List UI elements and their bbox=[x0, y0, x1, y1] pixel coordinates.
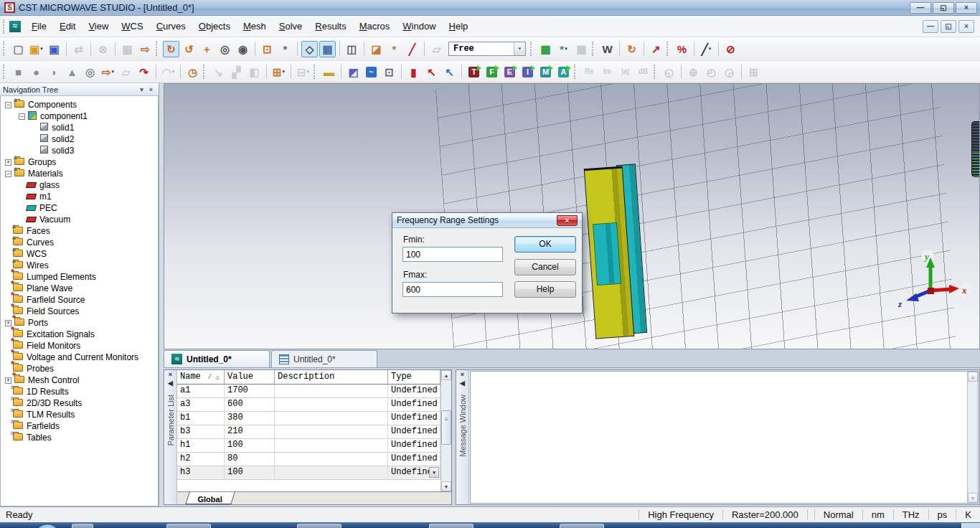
tree-item-wires[interactable]: ▲Wires bbox=[1, 260, 158, 271]
tree-item-plane-wave[interactable]: *Plane Wave bbox=[1, 283, 158, 294]
select-arrow-icon[interactable]: ↖ bbox=[441, 64, 458, 80]
fmin-input[interactable] bbox=[402, 247, 503, 262]
tree-item-field-monitors[interactable]: *Field Monitors bbox=[1, 340, 158, 352]
cell-value[interactable]: 210 bbox=[225, 425, 275, 438]
cell-name[interactable]: b3 bbox=[177, 425, 225, 438]
cell-value[interactable]: 1700 bbox=[225, 385, 275, 397]
tree-item-tables[interactable]: ≈Tables bbox=[1, 432, 158, 443]
menu-macros[interactable]: Macros bbox=[353, 18, 397, 34]
axes-toggle-icon[interactable]: ◇ bbox=[301, 41, 318, 57]
cell-type[interactable]: Undefined bbox=[388, 439, 440, 452]
cell-description[interactable] bbox=[275, 466, 388, 479]
menu-file[interactable]: File bbox=[25, 18, 53, 34]
scroll-down-icon[interactable]: ▼ bbox=[441, 481, 451, 491]
coordinate-mode-dropdown[interactable]: Free▾ bbox=[448, 42, 526, 56]
navtree-menu-icon[interactable]: ▾ bbox=[137, 86, 146, 93]
cell-description[interactable] bbox=[275, 453, 388, 466]
cell-description[interactable] bbox=[275, 439, 388, 452]
menu-curves[interactable]: Curves bbox=[150, 18, 192, 34]
tree-item-m1[interactable]: m1 bbox=[1, 191, 158, 202]
create-brick-icon[interactable]: ■ bbox=[10, 64, 27, 80]
tree-item-groups[interactable]: +▲Groups bbox=[1, 156, 158, 168]
open-boundary-icon[interactable]: ▮ bbox=[405, 64, 422, 80]
tree-item-solid3[interactable]: solid3 bbox=[1, 145, 158, 156]
zoom-window-icon[interactable]: ◉ bbox=[235, 41, 251, 57]
parameter-row-h2[interactable]: h280Undefined bbox=[177, 453, 440, 466]
create-torus-icon[interactable]: ◎ bbox=[82, 64, 98, 80]
cell-description[interactable] bbox=[275, 425, 388, 438]
cell-name[interactable]: a1 bbox=[177, 385, 225, 397]
frequency-range-icon[interactable]: ~ bbox=[363, 64, 380, 80]
mesh-view-icon[interactable]: ▩ bbox=[537, 41, 554, 57]
pick-edge-icon[interactable]: ╱ bbox=[404, 41, 420, 57]
taskbar-clock[interactable] bbox=[961, 523, 980, 528]
child-restore-button[interactable]: ◱ bbox=[941, 20, 956, 33]
parameter-row-h3[interactable]: h3100Undefine▼ bbox=[177, 466, 440, 480]
view-options-gear-icon[interactable]: * bbox=[277, 41, 293, 57]
background-material-icon[interactable]: ◩ bbox=[345, 64, 362, 80]
view-level-widget[interactable] bbox=[971, 121, 979, 177]
cell-name[interactable]: h1 bbox=[177, 439, 225, 452]
cancel-button[interactable]: Cancel bbox=[514, 259, 576, 275]
tree-item-components[interactable]: −▲Components bbox=[1, 99, 158, 110]
copy-image-icon[interactable]: ⇨ bbox=[137, 41, 154, 57]
cell-description[interactable] bbox=[275, 385, 388, 397]
tree-item-tlm-results[interactable]: ≈TLM Results bbox=[1, 409, 158, 420]
tree-item-voltage-and-current-monitors[interactable]: *Voltage and Current Monitors bbox=[1, 352, 158, 363]
child-close-button[interactable]: × bbox=[958, 20, 974, 33]
parameter-row-a1[interactable]: a11700Undefined bbox=[177, 385, 440, 398]
monitor-frequency-icon[interactable]: F bbox=[484, 64, 500, 80]
tree-item-curves[interactable]: ▲Curves bbox=[1, 237, 158, 248]
cell-type[interactable]: Undefined bbox=[388, 412, 440, 425]
tree-expand-materials[interactable]: − bbox=[5, 171, 11, 177]
taskbar-button[interactable] bbox=[166, 524, 211, 528]
create-sphere-icon[interactable]: ● bbox=[28, 64, 44, 80]
parameter-row-b1[interactable]: b1380Undefined bbox=[177, 412, 440, 425]
menu-solve[interactable]: Solve bbox=[273, 18, 309, 34]
cell-name[interactable]: a3 bbox=[177, 398, 225, 411]
boundary-conditions-icon[interactable]: ⊡ bbox=[381, 64, 397, 80]
cell-name[interactable]: h3 bbox=[177, 466, 225, 479]
parameter-row-b3[interactable]: b3210Undefined bbox=[177, 425, 440, 439]
parameter-row-a3[interactable]: a3600Undefined bbox=[177, 398, 440, 412]
windows-taskbar[interactable] bbox=[0, 522, 980, 528]
taskbar-button[interactable] bbox=[429, 524, 473, 528]
wcs-toggle-icon[interactable]: W bbox=[599, 41, 616, 57]
rotate-view-icon[interactable]: ↻ bbox=[163, 41, 179, 57]
pick-global-icon[interactable]: ↖ bbox=[423, 64, 440, 80]
pick-face-icon[interactable]: ◪ bbox=[368, 41, 385, 57]
tree-item-field-sources[interactable]: *Field Sources bbox=[1, 306, 158, 317]
cell-type[interactable]: Undefine▼ bbox=[388, 466, 440, 479]
monitor-current-icon[interactable]: I bbox=[519, 64, 536, 80]
cell-value[interactable]: 100 bbox=[225, 439, 275, 452]
tree-expand-components[interactable]: − bbox=[5, 102, 11, 108]
start-orb-icon[interactable] bbox=[34, 524, 60, 528]
tree-item-farfield-source[interactable]: *Farfield Source bbox=[1, 294, 158, 306]
units-icon[interactable]: ▬ bbox=[321, 64, 337, 80]
mesh-properties-gear-icon[interactable]: *▾ bbox=[555, 41, 572, 57]
menu-window[interactable]: Window bbox=[396, 18, 442, 34]
menu-wcs[interactable]: WCS bbox=[115, 18, 149, 34]
rotate-inplane-icon[interactable]: ↺ bbox=[181, 41, 197, 57]
create-cylinder-icon[interactable]: ◗ bbox=[46, 64, 62, 80]
delete-dimension-icon[interactable]: ⊘ bbox=[722, 41, 739, 57]
message-collapse-icon[interactable]: ◀ bbox=[460, 379, 465, 387]
cell-type[interactable]: Undefined bbox=[388, 385, 440, 397]
tree-item-component1[interactable]: −component1 bbox=[1, 110, 158, 122]
taskbar-button[interactable] bbox=[72, 524, 93, 528]
cell-value[interactable]: 80 bbox=[225, 453, 275, 466]
zoom-view-icon[interactable]: ◎ bbox=[217, 41, 233, 57]
cell-value[interactable]: 600 bbox=[225, 398, 275, 411]
type-dropdown-icon[interactable]: ▼ bbox=[429, 467, 439, 478]
help-button[interactable]: Help bbox=[514, 281, 576, 298]
menu-view[interactable]: View bbox=[82, 18, 115, 34]
cell-type[interactable]: Undefined bbox=[388, 425, 440, 438]
menu-objects[interactable]: Objects bbox=[192, 18, 237, 34]
dimension-icon[interactable]: ╱▾ bbox=[698, 41, 715, 57]
column-header-description[interactable]: Description bbox=[275, 370, 388, 384]
window-minimize-button[interactable]: — bbox=[910, 2, 931, 14]
tree-item-vacuum[interactable]: Vacuum bbox=[1, 214, 158, 225]
monitor-time-icon[interactable]: T bbox=[466, 64, 482, 80]
bend-icon[interactable]: ↷ bbox=[136, 64, 152, 80]
fmax-input[interactable] bbox=[402, 282, 503, 297]
